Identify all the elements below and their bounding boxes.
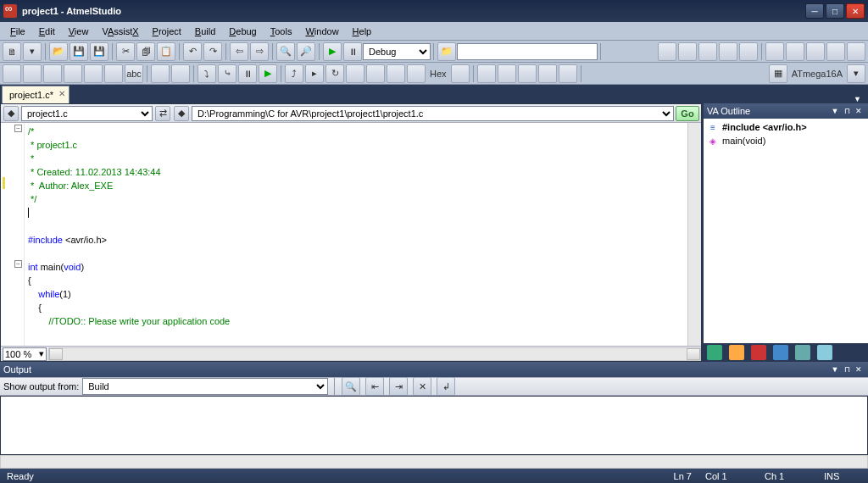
tb-a-icon[interactable] (658, 42, 676, 61)
menu-edit[interactable]: Edit (32, 25, 62, 38)
pause-icon[interactable]: ⏸ (238, 64, 257, 83)
output-source-combo[interactable]: Build (82, 378, 328, 395)
new-file-icon[interactable]: ▾ (23, 42, 42, 61)
fold-toggle-icon[interactable]: − (14, 125, 22, 132)
editor-hscroll[interactable] (48, 347, 701, 361)
tb2-x-icon[interactable] (559, 64, 577, 83)
output-clear-icon[interactable]: ✕ (413, 377, 431, 396)
open-icon[interactable]: 📂 (49, 42, 68, 61)
menu-vassistx[interactable]: VAssistX (95, 25, 145, 38)
restart-icon[interactable]: ↻ (326, 64, 344, 83)
tb2-v-icon[interactable] (518, 64, 537, 83)
tb2-g-icon[interactable]: abc (125, 64, 143, 83)
nav-path-icon[interactable]: ◆ (174, 106, 189, 121)
cut-icon[interactable]: ✂ (116, 42, 135, 61)
tb2-d-icon[interactable] (64, 64, 82, 83)
va-outline-header[interactable]: VA Outline ▼ ⊓ ✕ (704, 103, 868, 119)
menu-view[interactable]: View (62, 25, 96, 38)
va-tool-1-icon[interactable] (707, 345, 722, 360)
undo-icon[interactable]: ↶ (183, 42, 202, 61)
output-find-icon[interactable]: 🔍 (342, 377, 360, 396)
redo-icon[interactable]: ↷ (203, 42, 222, 61)
tb-j-icon[interactable] (847, 42, 865, 61)
va-item-main[interactable]: ◈ main(void) (705, 134, 866, 147)
menu-help[interactable]: Help (346, 25, 379, 38)
tb2-w-icon[interactable] (538, 64, 557, 83)
find-in-files-icon[interactable]: 🔎 (297, 42, 315, 61)
tb-g-icon[interactable] (786, 42, 804, 61)
tb-b-icon[interactable] (678, 42, 697, 61)
tb-c-icon[interactable] (698, 42, 717, 61)
nav-fwd-icon[interactable]: ⇨ (250, 42, 269, 61)
tab-project1-c[interactable]: project1.c* ✕ (2, 86, 70, 103)
find-icon[interactable]: 🔍 (276, 42, 295, 61)
va-item-include[interactable]: ≡ #include <avr/io.h> (705, 120, 866, 134)
menu-window[interactable]: Window (298, 25, 345, 38)
tb2-i-icon[interactable] (171, 64, 190, 83)
tb2-c-icon[interactable] (43, 64, 62, 83)
output-prev-icon[interactable]: ⇤ (365, 377, 384, 396)
fold-toggle-icon[interactable]: − (14, 260, 22, 268)
tb2-r-icon[interactable] (407, 64, 426, 83)
code-editor[interactable]: − − /* * project1.c * * Created: 11.02.2… (1, 123, 687, 346)
tb2-t-icon[interactable] (477, 64, 496, 83)
va-tool-4-icon[interactable] (773, 345, 788, 360)
step-out-icon[interactable]: ⤴ (285, 64, 303, 83)
tb2-e-icon[interactable] (84, 64, 103, 83)
go-button[interactable]: Go (676, 106, 699, 121)
tb-f-icon[interactable] (765, 42, 784, 61)
nav-path-combo[interactable]: D:\Programming\C for AVR\project1\projec… (192, 106, 674, 121)
config-combo[interactable]: Debug (363, 43, 431, 60)
tb2-a-icon[interactable] (3, 64, 21, 83)
panel-close-icon[interactable]: ✕ (853, 365, 865, 374)
copy-icon[interactable]: 🗐 (136, 42, 155, 61)
menu-tools[interactable]: Tools (264, 25, 299, 38)
output-next-icon[interactable]: ⇥ (389, 377, 408, 396)
nav-back-icon[interactable]: ⇦ (230, 42, 248, 61)
folder-icon[interactable]: 📁 (437, 42, 456, 61)
save-all-icon[interactable]: 💾 (90, 42, 108, 61)
tb2-b-icon[interactable] (23, 64, 42, 83)
run-to-icon[interactable]: ▸ (305, 64, 324, 83)
panel-close-icon[interactable]: ✕ (853, 107, 865, 115)
code-text[interactable]: /* * project1.c * * Created: 11.02.2013 … (25, 123, 230, 346)
tb2-o-icon[interactable] (346, 64, 364, 83)
output-text[interactable] (0, 396, 868, 455)
step-over-icon[interactable]: ⤵ (198, 64, 216, 83)
tb2-u-icon[interactable] (498, 64, 516, 83)
output-hscroll[interactable] (0, 455, 868, 469)
search-input[interactable] (457, 43, 598, 60)
va-tool-2-icon[interactable] (729, 345, 744, 360)
va-outline-body[interactable]: ≡ #include <avr/io.h> ◈ main(void) (704, 119, 868, 343)
break-all-icon[interactable]: ⏸ (343, 42, 362, 61)
start-debug-icon[interactable]: ▶ (323, 42, 342, 61)
nav-left-icon[interactable]: ◆ (3, 106, 19, 121)
tb-i-icon[interactable] (826, 42, 845, 61)
step-into-icon[interactable]: ⤷ (218, 64, 236, 83)
close-button[interactable]: ✕ (846, 3, 865, 19)
new-project-icon[interactable]: 🗎 (3, 42, 21, 61)
minimize-button[interactable]: ─ (805, 3, 824, 19)
editor-vscroll[interactable] (687, 123, 701, 346)
menu-file[interactable]: File (3, 25, 32, 38)
device-icon[interactable]: ▦ (769, 64, 787, 83)
tb-e-icon[interactable] (739, 42, 758, 61)
va-tool-3-icon[interactable] (751, 345, 766, 360)
output-header[interactable]: Output ▼ ⊓ ✕ (0, 362, 868, 377)
gutter[interactable]: − − (1, 123, 25, 346)
panel-pin-icon[interactable]: ⊓ (841, 365, 853, 374)
tab-close-icon[interactable]: ✕ (58, 89, 65, 98)
paste-icon[interactable]: 📋 (157, 42, 175, 61)
tb2-p-icon[interactable] (366, 64, 385, 83)
panel-pin-icon[interactable]: ⊓ (841, 107, 853, 115)
menu-build[interactable]: Build (188, 25, 222, 38)
menu-debug[interactable]: Debug (222, 25, 263, 38)
tab-overflow-icon[interactable]: ▼ (849, 95, 866, 103)
panel-menu-icon[interactable]: ▼ (829, 107, 841, 115)
tb2-f-icon[interactable] (104, 64, 123, 83)
tb-h-icon[interactable] (806, 42, 825, 61)
tb2-h-icon[interactable] (151, 64, 170, 83)
panel-menu-icon[interactable]: ▼ (829, 365, 841, 374)
va-tool-6-icon[interactable] (817, 345, 832, 360)
va-tool-5-icon[interactable] (795, 345, 810, 360)
